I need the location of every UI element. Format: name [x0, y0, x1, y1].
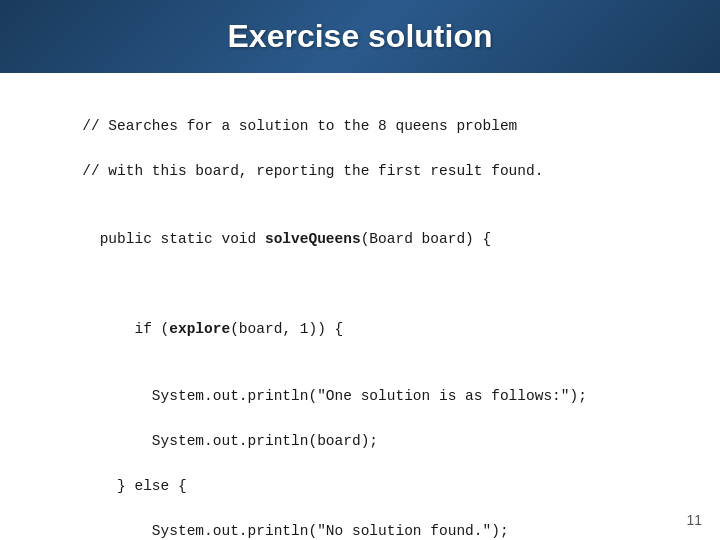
public-static-text: public static void [100, 231, 265, 247]
println-no-solution: System.out.println("No solution found.")… [82, 523, 508, 539]
slide-title: Exercise solution [30, 18, 690, 55]
slide-content: // Searches for a solution to the 8 quee… [0, 73, 720, 540]
explore-bold: explore [169, 321, 230, 337]
slide-number: 11 [686, 512, 702, 528]
if-line: if (explore(board, 1)) { [30, 321, 343, 359]
solve-queens-bold: solveQueens [265, 231, 361, 247]
code-block: // Searches for a solution to the 8 quee… [30, 93, 690, 540]
public-static-line: public static void solveQueens(Board boa… [30, 231, 491, 269]
println-one-solution: System.out.println("One solution is as f… [82, 388, 587, 404]
println-board: System.out.println(board); [82, 433, 378, 449]
explore-suffix: (board, 1)) { [230, 321, 343, 337]
board-param: (Board board) { [361, 231, 492, 247]
comment-line-1: // Searches for a solution to the 8 quee… [82, 118, 517, 134]
comment-line-2: // with this board, reporting the first … [82, 163, 543, 179]
slide-header: Exercise solution [0, 0, 720, 73]
else-line: } else { [82, 478, 186, 494]
if-prefix: if ( [100, 321, 170, 337]
slide-container: Exercise solution // Searches for a solu… [0, 0, 720, 540]
